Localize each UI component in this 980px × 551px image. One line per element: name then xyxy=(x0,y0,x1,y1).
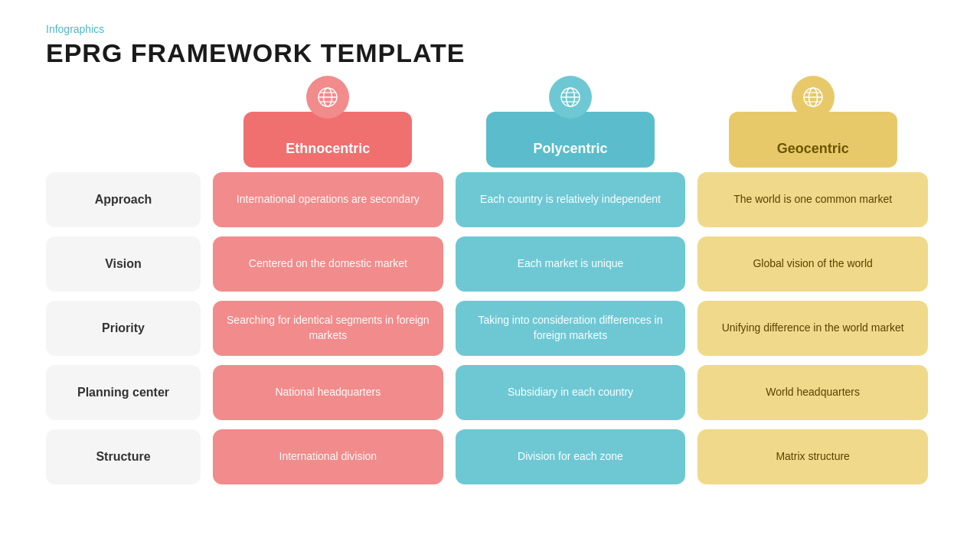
geocentric-icon-bubble xyxy=(792,76,835,119)
subtitle: Infographics xyxy=(46,23,934,35)
polycentric-icon-bubble xyxy=(549,76,592,119)
cell-vision-geocentric: Global vision of the world xyxy=(697,236,928,292)
main-title: EPRG FRAMEWORK TEMPLATE xyxy=(46,38,934,68)
ethnocentric-icon-bubble xyxy=(306,76,349,119)
row-label-approach: Approach xyxy=(46,172,201,227)
globe-icon-polycentric xyxy=(559,86,582,109)
cell-approach-ethnocentric: International operations are secondary xyxy=(213,172,443,227)
row-label-priority: Priority xyxy=(46,301,201,356)
cell-structure-ethnocentric: International division xyxy=(213,429,443,484)
page-wrapper: Infographics EPRG FRAMEWORK TEMPLATE Eth… xyxy=(0,0,980,504)
header-ethnocentric: Ethnocentric xyxy=(213,83,443,168)
framework-table: Ethnocentric Polycentric xyxy=(46,83,934,489)
row-label-planning-center: Planning center xyxy=(46,365,201,420)
ethnocentric-label: Ethnocentric xyxy=(243,112,412,168)
cell-planning-geocentric: World headquarters xyxy=(697,365,928,420)
row-label-vision: Vision xyxy=(46,236,201,292)
cell-approach-polycentric: Each country is relatively independent xyxy=(456,172,686,227)
cell-priority-geocentric: Unifying difference in the world market xyxy=(697,301,928,356)
polycentric-label: Polycentric xyxy=(486,112,655,168)
cell-planning-polycentric: Subsidiary in each country xyxy=(456,365,686,420)
row-label-structure: Structure xyxy=(46,429,201,484)
cell-priority-polycentric: Taking into consideration differences in… xyxy=(456,301,686,356)
globe-icon-ethnocentric xyxy=(316,86,339,109)
cell-structure-geocentric: Matrix structure xyxy=(697,429,928,484)
header-empty xyxy=(46,83,207,168)
cell-priority-ethnocentric: Searching for identical segments in fore… xyxy=(213,301,443,356)
cell-vision-ethnocentric: Centered on the domestic market xyxy=(213,236,443,292)
cell-structure-polycentric: Division for each zone xyxy=(456,429,686,484)
cell-vision-polycentric: Each market is unique xyxy=(456,236,686,292)
header-polycentric: Polycentric xyxy=(456,83,686,168)
globe-icon-geocentric xyxy=(802,86,825,109)
cell-approach-geocentric: The world is one common market xyxy=(697,172,928,227)
header-geocentric: Geocentric xyxy=(697,83,928,168)
cell-planning-ethnocentric: National headquarters xyxy=(213,365,443,420)
geocentric-label: Geocentric xyxy=(729,112,897,168)
